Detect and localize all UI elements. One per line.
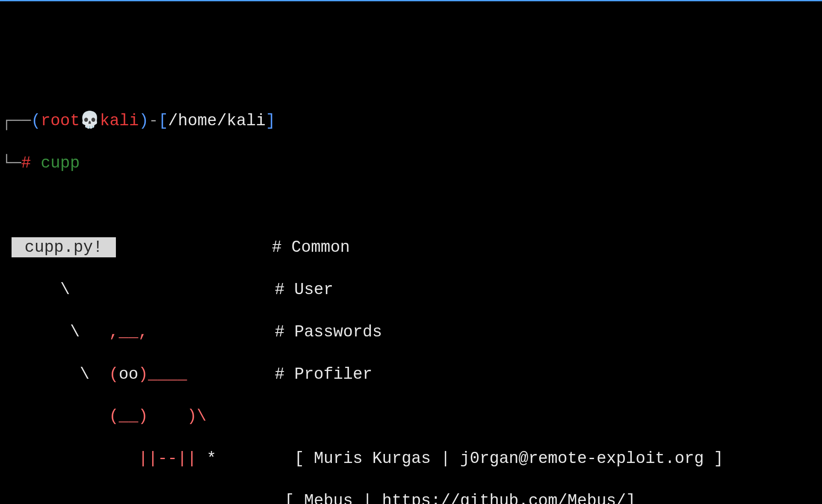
- ascii-art: [207, 407, 284, 425]
- terminal-window[interactable]: ┌──(root💀kali)-[/home/kali] └─# cupp cup…: [0, 86, 822, 504]
- acronym-common: # Common: [272, 238, 350, 256]
- ascii-art: )____: [138, 365, 187, 383]
- blank-line: [2, 195, 820, 216]
- paren-open: (: [31, 112, 41, 130]
- acronym-user: # User: [275, 280, 334, 299]
- ascii-art: oo: [119, 365, 139, 383]
- box-corner-bottom: └─: [2, 154, 21, 172]
- ascii-art: [187, 365, 275, 383]
- bracket-open: [: [158, 112, 168, 130]
- spacing: [2, 492, 275, 504]
- prompt-line-1: ┌──(root💀kali)-[/home/kali]: [2, 110, 820, 131]
- ascii-art: \: [2, 280, 275, 299]
- ascii-line-1: \ # User: [2, 279, 820, 300]
- ascii-art: [2, 407, 109, 425]
- paren-close: ): [139, 112, 149, 130]
- banner-title: cupp.py!: [12, 237, 116, 257]
- prompt-hash: #: [21, 154, 31, 172]
- author-1: [ Muris Kurgas | j0rgan@remote-exploit.o…: [284, 449, 723, 468]
- ascii-art: (: [109, 365, 119, 383]
- prompt-path: /home/kali: [168, 112, 266, 130]
- prompt-dash: -: [148, 112, 158, 130]
- ascii-art: [2, 449, 138, 468]
- ascii-art: ||--||: [138, 449, 197, 468]
- command-input[interactable]: cupp: [41, 154, 80, 172]
- ascii-art: \: [2, 365, 109, 383]
- prompt-line-2: └─# cupp: [2, 153, 820, 174]
- ascii-art: (__) )\: [109, 407, 207, 425]
- ascii-art: ,__,: [109, 323, 148, 341]
- ascii-art: \: [2, 323, 109, 341]
- ascii-line-4: (__) )\: [2, 406, 820, 427]
- ascii-art: *: [197, 449, 284, 468]
- skull-icon: 💀: [80, 112, 100, 130]
- bracket-close: ]: [266, 112, 275, 130]
- prompt-host: kali: [100, 112, 139, 130]
- acronym-profiler: # Profiler: [275, 365, 373, 383]
- acronym-passwords: # Passwords: [275, 323, 382, 341]
- prompt-user: root: [41, 112, 80, 130]
- box-corner-top: ┌──: [2, 112, 31, 130]
- banner-line-1: cupp.py! # Common: [2, 237, 820, 258]
- author-2-line: [ Mebus | https://github.com/Mebus/]: [2, 490, 820, 504]
- ascii-line-5: ||--|| * [ Muris Kurgas | j0rgan@remote-…: [2, 448, 820, 469]
- ascii-line-2: \ ,__, # Passwords: [2, 321, 820, 342]
- ascii-art: [148, 323, 275, 341]
- ascii-line-3: \ (oo)____ # Profiler: [2, 364, 820, 385]
- author-2: [ Mebus | https://github.com/Mebus/]: [275, 492, 636, 504]
